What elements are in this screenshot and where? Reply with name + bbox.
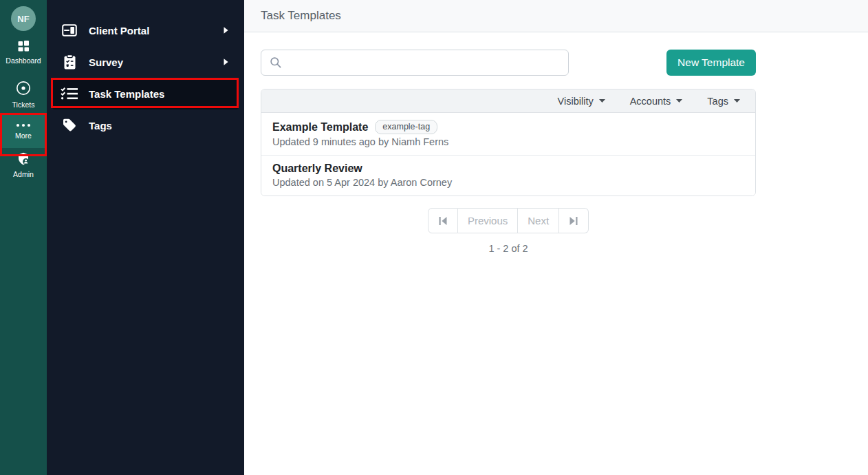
table-row[interactable]: Example Templateexample-tag Updated 9 mi… (261, 113, 755, 155)
caret-down-icon (599, 99, 605, 103)
search-box (261, 50, 569, 76)
table-row[interactable]: Quarterly Review Updated on 5 Apr 2024 b… (261, 155, 755, 196)
chevron-right-icon (224, 27, 228, 34)
record-circle-icon (15, 80, 32, 96)
rail-item-admin[interactable]: Admin (0, 152, 47, 178)
rail-item-dashboard[interactable]: Dashboard (0, 40, 47, 65)
previous-page-button[interactable]: Previous (458, 208, 518, 233)
sidebar-item-label: Tags (89, 120, 112, 131)
tag-badge: example-tag (375, 120, 437, 134)
rail-item-more[interactable]: More (0, 113, 47, 148)
filter-label: Tags (707, 96, 728, 107)
filter-label: Accounts (630, 96, 671, 107)
dashboard-grid-icon (17, 40, 30, 52)
row-title-line: Quarterly Review (272, 162, 744, 175)
ellipsis-icon (16, 123, 31, 127)
sidebar-item-label: Survey (89, 56, 123, 68)
sidebar-item-label: Task Templates (89, 88, 164, 100)
pagination: Previous Next 1 - 2 of 2 (261, 208, 756, 254)
topbar: Task Templates (244, 0, 868, 32)
template-subtitle: Updated 9 minutes ago by Niamh Ferns (272, 136, 744, 147)
sidebar-item-survey[interactable]: Survey (52, 46, 239, 78)
filter-tags[interactable]: Tags (707, 96, 740, 107)
sidebar-item-task-templates[interactable]: Task Templates (52, 78, 239, 109)
new-template-button[interactable]: New Template (666, 50, 756, 76)
content: New Template Visibility Accounts (244, 32, 756, 254)
search-input[interactable] (288, 57, 560, 69)
template-title: Example Template (272, 121, 368, 133)
avatar[interactable]: NF (11, 6, 36, 31)
rail-item-label: Dashboard (6, 56, 41, 65)
last-page-icon (569, 216, 578, 226)
caret-down-icon (676, 99, 682, 103)
list-check-icon (61, 87, 78, 101)
tag-icon (61, 118, 78, 133)
app-root: NF Dashboard Tickets (0, 0, 868, 475)
shield-person-icon (17, 152, 30, 166)
template-subtitle: Updated on 5 Apr 2024 by Aaron Corney (272, 177, 744, 188)
filter-visibility[interactable]: Visibility (558, 96, 605, 107)
caret-down-icon (734, 99, 740, 103)
filter-label: Visibility (558, 96, 594, 107)
search-icon (270, 56, 282, 69)
table-header: Visibility Accounts Tags (261, 89, 755, 113)
toolbar: New Template (261, 50, 756, 76)
window-sidebar-icon (61, 24, 78, 36)
sidebar-item-tags[interactable]: Tags (52, 109, 239, 141)
first-page-icon (438, 216, 448, 226)
rail-item-label: Admin (13, 170, 34, 178)
row-title-line: Example Templateexample-tag (272, 120, 744, 134)
first-page-button[interactable] (428, 208, 458, 233)
clipboard-check-icon (61, 54, 78, 70)
filter-accounts[interactable]: Accounts (630, 96, 683, 107)
next-page-button[interactable]: Next (518, 208, 559, 233)
primary-rail: NF Dashboard Tickets (0, 0, 47, 475)
page-title: Task Templates (261, 9, 341, 23)
templates-table: Visibility Accounts Tags (261, 89, 756, 196)
rail-item-label: More (15, 131, 32, 140)
rail-item-label: Tickets (12, 101, 35, 109)
chevron-right-icon (224, 59, 228, 65)
sidebar-item-label: Client Portal (89, 25, 149, 36)
pagination-group: Previous Next (428, 208, 589, 233)
page-summary: 1 - 2 of 2 (261, 243, 756, 254)
sidebar-item-client-portal[interactable]: Client Portal (52, 14, 239, 46)
last-page-button[interactable] (559, 208, 589, 233)
template-title: Quarterly Review (272, 162, 362, 174)
rail-item-tickets[interactable]: Tickets (0, 80, 47, 109)
secondary-sidebar: Client Portal Survey (47, 0, 244, 475)
main-area: Task Templates New Template (244, 0, 868, 475)
